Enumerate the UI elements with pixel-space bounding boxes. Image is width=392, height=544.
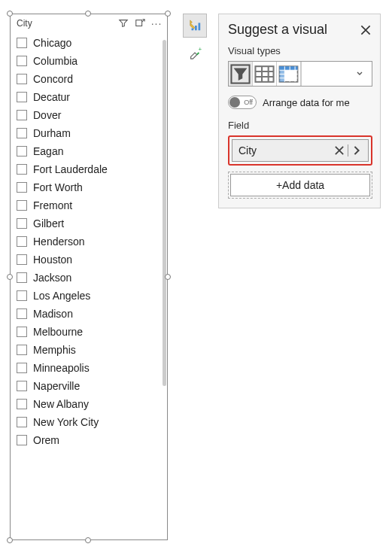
checkbox[interactable] [17,272,27,283]
checkbox[interactable] [17,146,27,157]
resize-handle[interactable] [85,11,91,17]
add-data-well: +Add data [228,172,372,199]
checkbox[interactable] [17,417,27,427]
resize-handle[interactable] [85,537,91,543]
list-item[interactable]: Eagan [15,142,164,160]
list-item[interactable]: Memphis [15,341,164,359]
suggest-title: Suggest a visual [228,22,327,38]
checkbox[interactable] [17,381,27,391]
checkbox[interactable] [17,308,27,319]
suggest-visual-panel: Suggest a visual Visual types [218,14,381,208]
checkbox[interactable] [17,38,27,48]
separator [348,144,348,157]
resize-handle[interactable] [165,274,171,280]
city-label: Fremont [33,199,72,211]
svg-text:+: + [199,46,202,53]
list-item[interactable]: Henderson [15,232,164,251]
list-item[interactable]: New York City [15,413,164,431]
slicer-title: City [17,18,113,29]
city-label: Fort Worth [33,181,83,193]
city-label: Eagan [33,145,63,157]
visual-types-label: Visual types [228,45,372,56]
checkbox[interactable] [17,327,27,337]
checkbox[interactable] [17,435,27,445]
city-label: New Albany [33,398,89,410]
field-menu-chevron-icon[interactable] [350,144,363,157]
checkbox[interactable] [17,363,27,373]
city-label: Fort Lauderdale [33,163,108,175]
visual-types-row [228,61,372,87]
checkbox[interactable] [17,290,27,301]
focus-mode-icon[interactable] [134,17,146,29]
suggest-header: Suggest a visual [228,22,372,38]
filter-icon[interactable] [117,17,129,29]
list-item[interactable]: Fremont [15,196,164,214]
checkbox[interactable] [17,345,27,355]
list-item[interactable]: Fort Lauderdale [15,160,164,178]
remove-field-icon[interactable] [333,144,346,157]
city-label: Gilbert [33,217,64,229]
list-item[interactable]: Concord [15,70,164,88]
city-label: Jackson [33,272,71,284]
add-data-label: +Add data [276,179,324,191]
suggest-visual-tab[interactable] [183,14,207,38]
list-item[interactable]: Jackson [15,269,164,287]
list-item[interactable]: Orem [15,431,164,449]
svg-rect-1 [192,29,194,31]
toggle-state: Off [244,99,253,106]
visual-type-matrix[interactable] [277,62,301,86]
checkbox[interactable] [17,110,27,120]
checkbox[interactable] [17,182,27,193]
slicer-visual: City ··· ChicagoColumbiaConcordDecaturDo… [10,14,168,540]
city-label: Columbia [33,55,77,67]
city-label: Memphis [33,344,76,356]
list-item[interactable]: Madison [15,305,164,323]
list-item[interactable]: Columbia [15,52,164,70]
resize-handle[interactable] [7,11,13,17]
svg-rect-3 [199,23,201,30]
checkbox[interactable] [17,74,27,84]
city-label: Orem [33,434,59,446]
visual-types-dropdown[interactable] [301,62,372,86]
list-item[interactable]: Melbourne [15,323,164,341]
list-item[interactable]: Decatur [15,88,164,106]
city-label: Henderson [33,236,85,248]
checkbox[interactable] [17,56,27,66]
list-item[interactable]: Minneapolis [15,359,164,377]
scrollbar[interactable] [163,40,166,386]
list-item[interactable]: Dover [15,106,164,124]
arrange-toggle[interactable]: Off [228,96,257,109]
list-item[interactable]: Houston [15,251,164,269]
list-item[interactable]: Chicago [15,34,164,52]
field-pill[interactable]: City [232,139,369,162]
list-item[interactable]: Gilbert [15,214,164,232]
toggle-knob [229,97,240,108]
close-icon[interactable] [359,23,372,37]
checkbox[interactable] [17,399,27,409]
resize-handle[interactable] [165,11,171,17]
checkbox[interactable] [17,164,27,175]
resize-handle[interactable] [7,537,13,543]
checkbox[interactable] [17,128,27,138]
svg-rect-6 [255,66,273,82]
list-item[interactable]: Naperville [15,377,164,395]
checkbox[interactable] [17,200,27,211]
checkbox[interactable] [17,92,27,102]
city-label: Dover [33,109,61,121]
more-options-icon[interactable]: ··· [150,17,163,29]
city-label: Naperville [33,380,80,392]
checkbox[interactable] [17,218,27,229]
list-item[interactable]: New Albany [15,395,164,413]
visual-type-slicer[interactable] [229,62,253,86]
arrange-label: Arrange data for me [263,97,350,108]
list-item[interactable]: Durham [15,124,164,142]
resize-handle[interactable] [7,274,13,280]
list-item[interactable]: Fort Worth [15,178,164,196]
visual-type-table[interactable] [253,62,277,86]
list-item[interactable]: Los Angeles [15,287,164,305]
checkbox[interactable] [17,254,27,265]
format-visual-tab[interactable]: + [183,41,207,65]
city-label: Los Angeles [33,290,90,302]
add-data-button[interactable]: +Add data [230,174,370,196]
checkbox[interactable] [17,236,27,247]
